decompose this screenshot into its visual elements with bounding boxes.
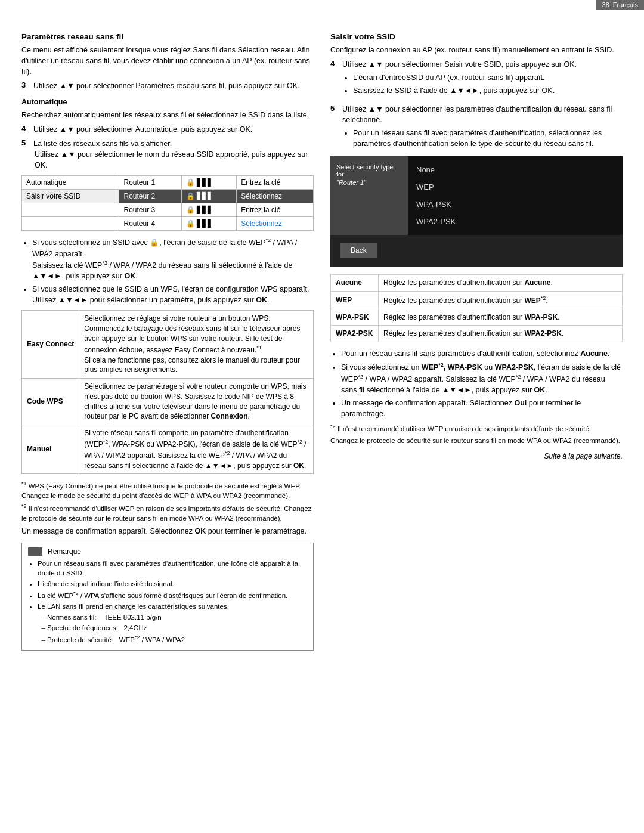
auth-row-wep: WEP Réglez les paramètres d'authentifica… [331, 291, 623, 309]
step5-right-text: Utilisez ▲▼ pour sélectionner les paramè… [342, 105, 612, 124]
auth-aucune-desc: Réglez les paramètres d'authentification… [379, 275, 623, 292]
table-row: Routeur 3 🔒 ▋▋▋ Entrez la clé [22, 203, 314, 217]
confirm-msg: Un message de confirmation apparaît. Sél… [21, 526, 314, 537]
security-options: None WEP WPA-PSK WPA2-PSK [408, 156, 623, 235]
security-panel-inner: Select security type for "Router 1" None… [330, 156, 623, 235]
conn-row-easy: Easy Connect Sélectionnez ce réglage si … [22, 311, 314, 379]
network-action4: Sélectionnez [237, 217, 314, 231]
right-bullets: Pour un réseau sans fil sans paramètres … [330, 348, 623, 419]
bullet-wep-psk: Si vous sélectionnez un WEP*2, WPA-PSK o… [341, 361, 623, 395]
security-option-wpa-psk[interactable]: WPA-PSK [408, 196, 623, 213]
remarque-icon [28, 547, 42, 556]
left-column: Paramètres reseau sans fil Ce menu est a… [21, 32, 314, 651]
network-empty1 [22, 203, 119, 217]
remarque-list: Pour un réseau sans fil avec paramètres … [28, 559, 307, 645]
suite-page: Suite à la page suivante. [330, 451, 623, 462]
conn-wps-desc: Sélectionnez ce paramétrage si votre rou… [79, 379, 314, 425]
remarque-item-2: L'icône de signal indique l'intensité du… [38, 579, 307, 589]
network-empty2 [22, 217, 119, 231]
back-button[interactable]: Back [340, 243, 377, 258]
footnote2-right-b: Changez le protocole de sécurité sur le … [330, 436, 623, 445]
step5b-left-text: Utilisez ▲▼ pour sélectionner le nom du … [33, 149, 314, 171]
remarque-item-5: – Normes sans fil: IEEE 802.11 b/g/n [38, 612, 307, 622]
auto-subtitle: Automatique [21, 97, 314, 107]
step5-left-number: 5 [21, 138, 30, 171]
conn-manuel-desc: Si votre réseau sans fil comporte un par… [79, 425, 314, 474]
remarque-item-6: – Spectre de fréquences: 2,4GHz [38, 623, 307, 633]
step-3: 3 Utilisez ▲▼ pour sélectionner Paramètr… [21, 80, 314, 91]
left-intro: Ce menu est affiché seulement lorsque vo… [21, 45, 314, 77]
bullet-ssid-wps: Si vous sélectionnez que le SSID a un WP… [32, 284, 314, 305]
back-row: Back [330, 235, 623, 267]
security-option-none[interactable]: None [408, 161, 623, 178]
step5-right-number: 5 [330, 104, 339, 153]
step4-left-text: Utilisez ▲▼ pour sélectionner Automatiqu… [33, 124, 314, 135]
step4-right-bullets: L'écran d'entréeSSID du AP (ex. routeur … [342, 72, 623, 96]
step5-left-text: La liste des réseaux sans fils va s'affi… [33, 140, 172, 148]
auth-row-wpa2psk: WPA2-PSK Réglez les paramètres d'authent… [331, 326, 623, 342]
security-router-name: "Router 1" [336, 179, 402, 186]
bullet4a: L'écran d'entréeSSID du AP (ex. routeur … [353, 72, 623, 83]
network-lock3: 🔒 ▋▋▋ [181, 203, 237, 217]
bullet4b: Saisissez le SSID à l'aide de ▲▼◄►, puis… [353, 85, 623, 96]
step3-number: 3 [21, 80, 30, 91]
page-language: Français [613, 1, 638, 8]
footnote2-right-a: *2 Il n'est recommandé d'utiliser WEP en… [330, 423, 623, 433]
table-row: Automatique Routeur 1 🔒 ▋▋▋ Entrez la cl… [22, 176, 314, 190]
remarque-item-4: Le LAN sans fil prend en charge les cara… [38, 602, 307, 611]
conn-manuel-label: Manuel [22, 425, 79, 474]
network-action2: Sélectionnez [237, 190, 314, 203]
auth-table: Aucune Réglez les paramètres d'authentif… [330, 274, 623, 342]
footnote2-left: *2 Il n'est recommandé d'utiliser WEP en… [21, 503, 314, 523]
bullet-aucune: Pour un réseau sans fil sans paramètres … [341, 348, 623, 359]
conn-easy-label: Easy Connect [22, 311, 79, 379]
auth-row-wpapsk: WPA-PSK Réglez les paramètres d'authenti… [331, 309, 623, 326]
conn-row-manuel: Manuel Si votre réseau sans fil comporte… [22, 425, 314, 474]
network-router2: Routeur 2 [119, 190, 181, 203]
security-panel: Select security type for "Router 1" None… [330, 156, 623, 267]
network-lock1: 🔒 ▋▋▋ [181, 176, 237, 190]
ssid-bullets: Si vous sélectionnez un SSID avec 🔒, l'é… [21, 237, 314, 305]
step4-right-text: Utilisez ▲▼ pour sélectionner Saisir vot… [342, 60, 577, 69]
auth-aucune-label: Aucune [331, 275, 379, 292]
auth-row-aucune: Aucune Réglez les paramètres d'authentif… [331, 275, 623, 292]
network-action1: Entrez la clé [237, 176, 314, 190]
network-router3: Routeur 3 [119, 203, 181, 217]
step4-right-number: 4 [330, 59, 339, 100]
step5-right-content: Utilisez ▲▼ pour sélectionner les paramè… [342, 104, 623, 153]
auth-wpapsk-desc: Réglez les paramètres d'authentification… [379, 309, 623, 326]
network-auto-label: Automatique [22, 176, 119, 190]
network-lock4: 🔒 ▋▋▋ [181, 217, 237, 231]
remarque-box: Remarque Pour un réseau sans fil avec pa… [21, 543, 314, 651]
bullet-ssid-lock: Si vous sélectionnez un SSID avec 🔒, l'é… [32, 237, 314, 281]
remarque-item-1: Pour un réseau sans fil avec paramètres … [38, 559, 307, 578]
step5-right-bullets: Pour un réseau sans fil avec paramètres … [342, 128, 623, 149]
right-section-title: Saisir votre SSID [330, 32, 623, 41]
footnote1: *1 WPS (Easy Connect) ne peut être utili… [21, 480, 314, 500]
remarque-title: Remarque [28, 547, 307, 556]
security-left-panel: Select security type for "Router 1" [330, 156, 408, 235]
step-5-left: 5 La liste des réseaux sans fils va s'af… [21, 138, 314, 171]
page-number-bar: 38 Français [596, 0, 644, 10]
network-lock2: 🔒 ▋▋▋ [181, 190, 237, 203]
auth-wpapsk-label: WPA-PSK [331, 309, 379, 326]
select-security-label: Select security type for [336, 163, 402, 178]
auto-desc: Recherchez automatiquement les réseaux s… [21, 110, 314, 120]
step-4-left: 4 Utilisez ▲▼ pour sélectionner Automati… [21, 124, 314, 135]
security-option-wpa2-psk[interactable]: WPA2-PSK [408, 213, 623, 230]
table-row: Saisir votre SSID Routeur 2 🔒 ▋▋▋ Sélect… [22, 190, 314, 203]
bullet5a: Pour un réseau sans fil avec paramètres … [353, 128, 623, 149]
bullet-oui: Un message de confirmation apparaît. Sél… [341, 398, 623, 419]
network-ssid-label: Saisir votre SSID [22, 190, 119, 203]
step-4-right: 4 Utilisez ▲▼ pour sélectionner Saisir v… [330, 59, 623, 100]
security-option-wep[interactable]: WEP [408, 178, 623, 196]
network-table: Automatique Routeur 1 🔒 ▋▋▋ Entrez la cl… [21, 175, 314, 231]
connection-table: Easy Connect Sélectionnez ce réglage si … [21, 310, 314, 474]
right-intro: Configurez la connexion au AP (ex. route… [330, 45, 623, 55]
network-action3: Entrez la clé [237, 203, 314, 217]
network-router4: Routeur 4 [119, 217, 181, 231]
conn-wps-label: Code WPS [22, 379, 79, 425]
auth-wpa2psk-label: WPA2-PSK [331, 326, 379, 342]
remarque-label: Remarque [48, 547, 81, 556]
network-router1: Routeur 1 [119, 176, 181, 190]
